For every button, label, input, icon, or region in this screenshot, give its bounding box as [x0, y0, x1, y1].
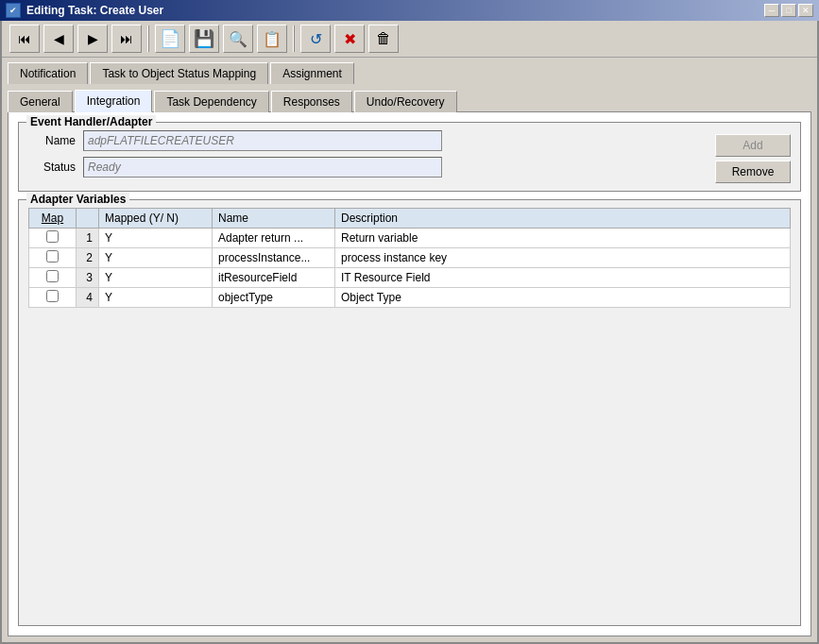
copy-button[interactable]: 📋: [257, 25, 287, 53]
table-row[interactable]: 3 Y itResourceField IT Resource Field: [29, 268, 791, 288]
col-header-map: Map: [29, 209, 77, 229]
remove-button[interactable]: Remove: [715, 161, 791, 183]
first-button[interactable]: ⏮: [9, 25, 40, 53]
table-row[interactable]: 4 Y objectType Object Type: [29, 288, 791, 308]
delete-button[interactable]: ✖: [334, 25, 365, 53]
mapped-cell: Y: [99, 268, 213, 288]
adapter-rows: 1 Y Adapter return ... Return variable 2…: [29, 229, 791, 308]
adapter-variables-table: Map Mapped (Y/ N) Name Description 1 Y A…: [28, 208, 791, 308]
description-cell: IT Resource Field: [335, 268, 791, 288]
adapter-variables-section: Adapter Variables Map Mapped (Y/ N) Name…: [18, 199, 801, 626]
tab-general[interactable]: General: [8, 91, 73, 112]
trash-button[interactable]: 🗑: [368, 25, 399, 53]
map-cell: [29, 248, 77, 268]
find-button[interactable]: 🔍: [223, 25, 253, 53]
content-area: Event Handler/Adapter Name Status Add Re…: [8, 111, 811, 636]
app-icon: ✔: [6, 3, 21, 18]
num-cell: 1: [77, 229, 99, 248]
name-cell: processInstance...: [213, 248, 335, 268]
tabs-row-1: Notification Task to Object Status Mappi…: [2, 58, 817, 83]
map-checkbox[interactable]: [46, 270, 59, 282]
main-window: ⏮ ◀ ▶ ⏭ 📄 💾 🔍 📋 ↺ ✖ 🗑 Notification Task …: [0, 21, 819, 644]
name-cell: Adapter return ...: [213, 229, 335, 248]
name-row: Name: [28, 130, 715, 151]
tab-responses[interactable]: Responses: [271, 91, 352, 112]
map-checkbox[interactable]: [46, 290, 59, 302]
toolbar: ⏮ ◀ ▶ ⏭ 📄 💾 🔍 📋 ↺ ✖ 🗑: [2, 21, 817, 58]
next-button[interactable]: ▶: [77, 25, 108, 53]
num-cell: 4: [77, 288, 99, 308]
refresh-button[interactable]: ↺: [300, 25, 331, 53]
handler-content: Name Status Add Remove: [28, 130, 791, 183]
handler-buttons: Add Remove: [715, 134, 791, 183]
col-header-name: Name: [213, 209, 335, 229]
description-cell: process instance key: [335, 248, 791, 268]
map-cell: [29, 229, 77, 248]
event-handler-legend: Event Handler/Adapter: [26, 115, 156, 128]
mapped-cell: Y: [99, 229, 213, 248]
num-cell: 2: [77, 248, 99, 268]
tab-undo-recovery[interactable]: Undo/Recovery: [354, 91, 457, 112]
window-title: Editing Task: Create User: [26, 4, 163, 17]
title-bar: ✔ Editing Task: Create User ─ □ ✕: [0, 0, 819, 21]
status-label: Status: [28, 161, 76, 174]
handler-fields: Name Status: [28, 130, 715, 183]
new-button[interactable]: 📄: [155, 25, 185, 53]
separator-2: [293, 25, 295, 52]
tab-assignment[interactable]: Assignment: [270, 62, 354, 84]
map-checkbox[interactable]: [46, 230, 59, 243]
add-button[interactable]: Add: [715, 134, 791, 157]
prev-button[interactable]: ◀: [43, 25, 74, 53]
tabs-row-2: General Integration Task Dependency Resp…: [2, 85, 817, 111]
status-row: Status: [28, 157, 715, 178]
description-cell: Return variable: [335, 229, 791, 248]
tab-task-dependency[interactable]: Task Dependency: [154, 91, 268, 112]
description-cell: Object Type: [335, 288, 791, 308]
window-controls: ─ □ ✕: [764, 4, 813, 17]
name-input[interactable]: [83, 130, 442, 151]
status-input[interactable]: [83, 157, 442, 178]
num-cell: 3: [77, 268, 99, 288]
table-header-row: Map Mapped (Y/ N) Name Description: [29, 209, 791, 229]
tab-integration[interactable]: Integration: [75, 90, 153, 112]
col-header-num: [77, 209, 99, 229]
separator-1: [147, 25, 149, 52]
tab-notification[interactable]: Notification: [8, 62, 88, 84]
mapped-cell: Y: [99, 248, 213, 268]
adapter-legend: Adapter Variables: [26, 193, 129, 206]
table-row[interactable]: 1 Y Adapter return ... Return variable: [29, 229, 791, 248]
map-cell: [29, 268, 77, 288]
maximize-button[interactable]: □: [781, 4, 796, 17]
col-header-description: Description: [335, 209, 791, 229]
last-button[interactable]: ⏭: [111, 25, 142, 53]
minimize-button[interactable]: ─: [764, 4, 779, 17]
event-handler-section: Event Handler/Adapter Name Status Add Re…: [18, 122, 801, 192]
tab-task-object-status[interactable]: Task to Object Status Mapping: [90, 62, 268, 84]
map-checkbox[interactable]: [46, 250, 59, 263]
col-header-mapped: Mapped (Y/ N): [99, 209, 213, 229]
close-button[interactable]: ✕: [798, 4, 813, 17]
mapped-cell: Y: [99, 288, 213, 308]
save-button[interactable]: 💾: [189, 25, 219, 53]
map-cell: [29, 288, 77, 308]
name-cell: itResourceField: [213, 268, 335, 288]
table-row[interactable]: 2 Y processInstance... process instance …: [29, 248, 791, 268]
name-label: Name: [28, 134, 76, 147]
name-cell: objectType: [213, 288, 335, 308]
